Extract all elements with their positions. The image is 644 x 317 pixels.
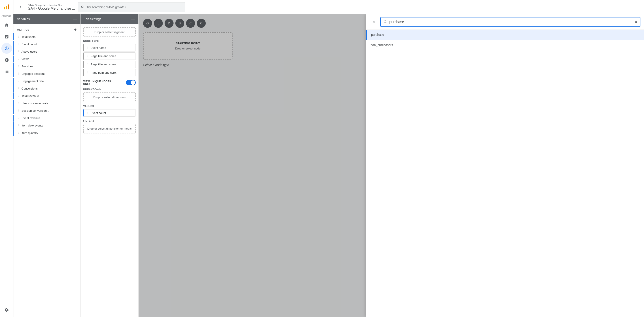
search-dialog-header: × ×	[366, 14, 644, 30]
home-icon	[4, 23, 9, 27]
nav-item-reports[interactable]	[1, 31, 12, 42]
metric-item[interactable]: ⠿ Event revenue	[14, 115, 80, 122]
metric-name: Engaged sessions	[22, 72, 45, 76]
drag-handle-icon: ⠿	[18, 131, 20, 135]
left-nav: Analytics	[0, 0, 14, 317]
metric-name: Total revenue	[22, 94, 39, 98]
svg-rect-0	[4, 7, 5, 10]
result-item-non-purchasers[interactable]: non_purchasers	[366, 40, 644, 50]
drag-handle-icon: ⠿	[18, 43, 20, 46]
nav-item-home[interactable]	[1, 20, 12, 31]
nav-bottom	[1, 304, 12, 315]
nav-item-analytics-label: Analytics	[2, 14, 12, 17]
drag-handle-icon: ⠿	[18, 72, 20, 76]
property-name: GA4 - Google Merchandise ...	[28, 7, 75, 11]
nav-item-explore[interactable]	[1, 43, 12, 54]
metric-item[interactable]: ⠿ User conversion rate	[14, 100, 80, 107]
search-bar[interactable]: Try searching "MoM growth i...	[78, 2, 185, 12]
metric-name: Views	[22, 57, 29, 61]
tab-settings-panel: Tab Settings — Drop or select segment NO…	[80, 14, 139, 317]
svg-rect-2	[8, 5, 10, 10]
metric-item[interactable]: ⠿ Sessions	[14, 63, 80, 70]
drag-handle-icon: ⠿	[18, 87, 20, 90]
dialog-close-button[interactable]: ×	[370, 18, 378, 26]
variables-panel: Variables — METRICS + ⠿ Total users ⠿ Ev…	[14, 14, 80, 317]
metric-name: Active users	[22, 50, 37, 53]
metric-item[interactable]: ⠿ Item view events	[14, 122, 80, 129]
nav-item-settings[interactable]	[1, 304, 12, 315]
section-header: METRICS +	[14, 26, 80, 33]
value-item[interactable]: ⠿ Event count	[83, 109, 136, 117]
advertising-icon	[4, 58, 9, 62]
canvas-area: O L D B C C STARTING	[139, 14, 644, 317]
view-unique-nodes-toggle[interactable]	[126, 80, 136, 85]
metric-item[interactable]: ⠿ Total revenue	[14, 93, 80, 99]
metric-item[interactable]: ⠿ Total users	[14, 33, 80, 40]
drag-handle-icon: ⠿	[18, 117, 20, 120]
property-sub-label: GA4 - Google Merchandise Store	[28, 4, 75, 7]
metric-name: Total users	[22, 35, 36, 39]
filters-label: FILTERS	[83, 119, 136, 122]
drag-handle-icon: ⠿	[86, 111, 89, 115]
variables-minimize-icon[interactable]: —	[73, 17, 77, 21]
node-type-item[interactable]: ⠿ Event name	[83, 44, 136, 52]
drag-handle-icon: ⠿	[86, 46, 89, 50]
back-button[interactable]	[17, 3, 25, 11]
nav-item-advertising[interactable]	[1, 55, 12, 65]
metric-item[interactable]: ⠿ Item quantity	[14, 129, 80, 136]
search-icon	[81, 5, 85, 9]
toggle-knob	[131, 80, 135, 85]
settings-icon	[4, 307, 9, 312]
metrics-section: METRICS + ⠿ Total users ⠿ Event count ⠿ …	[14, 24, 80, 317]
drag-handle-icon: ⠿	[18, 35, 20, 39]
drag-handle-icon: ⠿	[86, 63, 89, 66]
tab-settings-content: Drop or select segment NODE TYPE ⠿ Event…	[80, 24, 138, 317]
metric-name: Event count	[22, 43, 37, 46]
values-label: VALUES	[83, 105, 136, 107]
nav-item-list[interactable]	[1, 66, 12, 77]
add-metric-button[interactable]: +	[74, 27, 77, 32]
search-placeholder: Try searching "MoM growth i...	[86, 5, 129, 9]
drag-handle-icon: ⠿	[18, 65, 20, 68]
view-unique-nodes-row: VIEW UNIQUE NODES ONLY	[83, 80, 136, 85]
reports-icon	[4, 35, 9, 39]
list-icon	[4, 69, 9, 74]
node-type-item[interactable]: ⠿ Page path and scre...	[83, 69, 136, 76]
search-results: purchase non_purchasers	[366, 30, 644, 50]
metrics-label: METRICS	[17, 29, 29, 31]
metric-item[interactable]: ⠿ Engagement rate	[14, 78, 80, 85]
drag-handle-icon: ⠿	[18, 95, 20, 98]
metric-name: Item view events	[22, 124, 43, 127]
segment-drop-box[interactable]: Drop or select segment	[83, 27, 136, 37]
drag-handle-icon: ⠿	[86, 54, 89, 58]
metric-item[interactable]: ⠿ Session conversion...	[14, 107, 80, 114]
metric-item[interactable]: ⠿ Engaged sessions	[14, 70, 80, 77]
metric-item[interactable]: ⠿ Active users	[14, 48, 80, 55]
drag-handle-icon: ⠿	[18, 80, 20, 83]
metric-item[interactable]: ⠿ Conversions	[14, 85, 80, 92]
drag-handle-icon: ⠿	[18, 109, 20, 112]
dialog-search-container: ×	[380, 17, 640, 27]
variables-panel-header: Variables —	[14, 14, 80, 24]
result-item-purchase[interactable]: purchase	[366, 30, 644, 40]
metric-item[interactable]: ⠿ Event count	[14, 41, 80, 48]
metric-name: Conversions	[22, 87, 38, 90]
dialog-search-input[interactable]	[389, 20, 633, 24]
node-type-item[interactable]: ⠿ Page title and scree...	[83, 61, 136, 68]
metric-name: Item quantity	[22, 131, 38, 135]
drag-handle-icon: ⠿	[86, 71, 89, 74]
tab-settings-minimize-icon[interactable]: —	[131, 17, 135, 21]
dialog-clear-button[interactable]: ×	[634, 20, 637, 25]
tab-settings-header: Tab Settings —	[80, 14, 138, 24]
drag-handle-icon: ⠿	[18, 124, 20, 127]
drag-handle-icon: ⠿	[18, 50, 20, 53]
main-content: Variables — METRICS + ⠿ Total users ⠿ Ev…	[14, 14, 644, 317]
node-type-label: NODE TYPE	[83, 40, 136, 42]
metric-item[interactable]: ⠿ Views	[14, 56, 80, 63]
filters-drop-box[interactable]: Drop or select dimension or metric	[83, 124, 136, 133]
drag-handle-icon: ⠿	[18, 102, 20, 105]
view-unique-nodes-label: VIEW UNIQUE NODES ONLY	[83, 80, 111, 85]
breakdown-drop-box[interactable]: Drop or select dimension	[83, 93, 136, 102]
node-type-item[interactable]: ⠿ Page title and scree...	[83, 52, 136, 60]
property-info: GA4 - Google Merchandise Store GA4 - Goo…	[28, 4, 75, 11]
